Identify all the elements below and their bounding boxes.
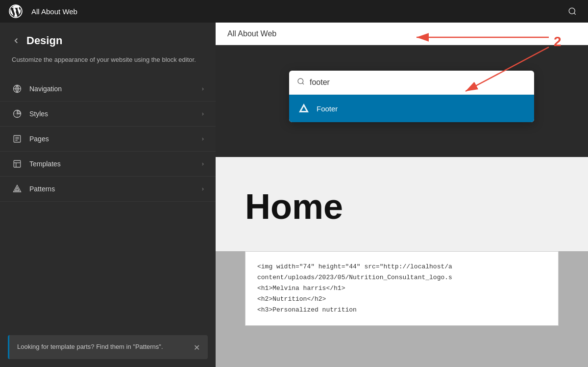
sidebar-item-patterns[interactable]: Patterns › [0, 177, 216, 202]
styles-icon [12, 108, 23, 119]
close-icon[interactable]: ✕ [194, 343, 200, 352]
code-line-5: <h3>Personalized nutrition [257, 305, 546, 315]
templates-icon [12, 158, 23, 169]
code-line-4: <h2>Nutrition</h2> [257, 294, 546, 305]
patterns-label: Patterns [29, 185, 195, 193]
sidebar-item-navigation[interactable]: Navigation › [0, 77, 216, 102]
sidebar-title: Design [26, 34, 62, 47]
preview-site-title: All About Web [227, 29, 276, 38]
footer-result-label: Footer [317, 105, 338, 113]
navigation-icon [12, 83, 23, 94]
preview-header: All About Web [216, 23, 588, 45]
sidebar-item-templates[interactable]: Templates › [0, 152, 216, 177]
svg-point-1 [569, 8, 575, 14]
patterns-icon [12, 184, 23, 194]
preview-home-title: Home [245, 186, 559, 227]
sidebar-header: Design [0, 23, 216, 51]
sidebar: Design Customize the appearance of your … [0, 23, 216, 367]
footer-template-icon [297, 102, 311, 115]
svg-point-15 [298, 79, 303, 84]
sidebar-description: Customize the appearance of your website… [0, 51, 216, 77]
sidebar-item-pages[interactable]: Pages › [0, 127, 216, 152]
sidebar-item-styles[interactable]: Styles › [0, 102, 216, 127]
styles-label: Styles [29, 110, 195, 118]
svg-rect-10 [14, 160, 21, 167]
content-area: All About Web Home <img width="74" heigh… [216, 23, 588, 367]
back-button[interactable] [12, 36, 21, 45]
pages-label: Pages [29, 135, 195, 143]
top-bar: All About Web [0, 0, 588, 23]
search-input-row [289, 71, 534, 95]
search-dropdown[interactable]: Footer [289, 71, 534, 122]
info-box: Looking for template parts? Find them in… [8, 335, 208, 359]
search-input-icon [297, 78, 305, 87]
code-line-3: <h1>Melvina harris</h1> [257, 283, 546, 294]
chevron-right-icon: › [202, 135, 204, 142]
preview-code-block: <img width="74" height="44" src="http://… [245, 251, 559, 326]
navigation-label: Navigation [29, 85, 195, 93]
chevron-right-icon: › [202, 160, 204, 167]
search-icon[interactable] [564, 3, 580, 19]
preview-home-section: Home [216, 157, 588, 251]
templates-label: Templates [29, 160, 195, 168]
svg-line-16 [302, 83, 304, 84]
sidebar-nav: Navigation › Styles › [0, 77, 216, 328]
search-result-footer[interactable]: Footer [289, 95, 534, 122]
chevron-right-icon: › [202, 185, 204, 192]
pages-icon [12, 133, 23, 144]
code-line-2: content/uploads/2023/05/Nutrition_Consul… [257, 272, 546, 283]
wordpress-logo[interactable] [8, 3, 24, 19]
main-layout: Design Customize the appearance of your … [0, 23, 588, 367]
chevron-right-icon: › [202, 110, 204, 117]
code-line-1: <img width="74" height="44" src="http://… [257, 262, 546, 272]
svg-line-2 [574, 13, 575, 14]
top-bar-title: All About Web [31, 7, 557, 16]
search-input[interactable] [310, 78, 526, 87]
chevron-right-icon: › [202, 85, 204, 92]
info-box-text: Looking for template parts? Find them in… [17, 342, 188, 352]
